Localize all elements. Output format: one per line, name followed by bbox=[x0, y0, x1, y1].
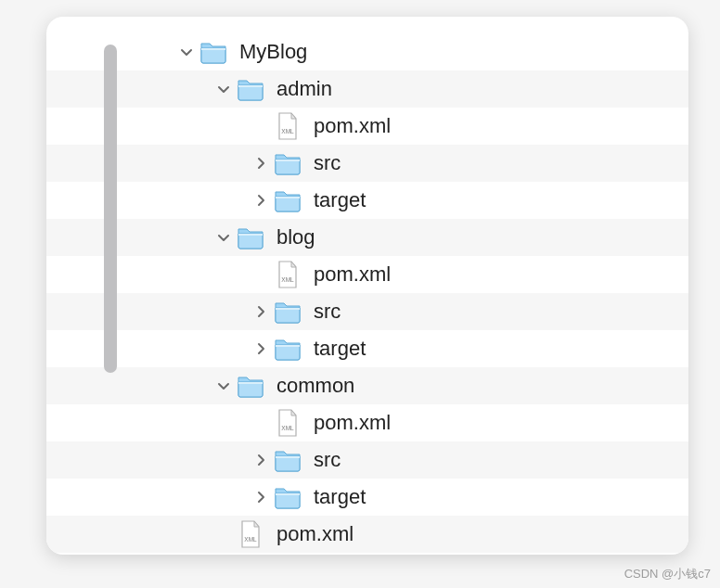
tree-row[interactable]: target bbox=[46, 330, 688, 367]
tree-item-label: src bbox=[312, 448, 341, 472]
tree-item-label: MyBlog bbox=[238, 40, 307, 64]
chevron-down-icon[interactable] bbox=[212, 231, 236, 244]
chevron-down-icon[interactable] bbox=[212, 83, 236, 96]
xml-file-icon bbox=[236, 519, 265, 549]
folder-icon bbox=[273, 334, 302, 364]
folder-icon bbox=[273, 297, 302, 326]
tree-row[interactable]: pom.xml bbox=[46, 516, 688, 553]
tree-item-label: pom.xml bbox=[312, 411, 391, 435]
tree-row[interactable]: pom.xml bbox=[46, 404, 688, 441]
folder-icon bbox=[236, 371, 265, 401]
folder-icon bbox=[236, 74, 265, 104]
tree-item-label: src bbox=[312, 300, 341, 324]
folder-icon bbox=[273, 482, 302, 512]
folder-icon bbox=[199, 37, 228, 67]
folder-icon bbox=[273, 185, 302, 215]
tree-row[interactable]: src bbox=[46, 293, 688, 330]
tree-item-label: target bbox=[312, 337, 366, 361]
tree-row[interactable]: src bbox=[46, 441, 688, 479]
xml-file-icon bbox=[273, 260, 302, 289]
tree-item-label: admin bbox=[275, 77, 332, 101]
folder-icon bbox=[273, 148, 302, 178]
tree-item-label: pom.xml bbox=[312, 114, 391, 138]
tree-row[interactable]: MyBlog bbox=[46, 33, 688, 70]
file-tree: MyBlogadminpom.xmlsrctargetblogpom.xmlsr… bbox=[46, 17, 688, 553]
xml-file-icon bbox=[273, 408, 302, 438]
tree-row[interactable]: target bbox=[46, 182, 688, 219]
tree-row[interactable]: target bbox=[46, 479, 688, 516]
xml-file-icon bbox=[273, 111, 302, 141]
tree-item-label: target bbox=[312, 485, 366, 509]
chevron-right-icon[interactable] bbox=[249, 194, 273, 207]
file-tree-panel: MyBlogadminpom.xmlsrctargetblogpom.xmlsr… bbox=[46, 17, 688, 555]
tree-item-label: pom.xml bbox=[312, 262, 391, 287]
chevron-right-icon[interactable] bbox=[249, 454, 273, 467]
tree-row[interactable]: src bbox=[46, 145, 688, 182]
tree-item-label: common bbox=[275, 374, 354, 398]
tree-row[interactable]: admin bbox=[46, 70, 688, 108]
watermark: CSDN @小钱c7 bbox=[624, 566, 711, 582]
tree-row[interactable]: pom.xml bbox=[46, 108, 688, 145]
chevron-right-icon[interactable] bbox=[249, 342, 273, 355]
folder-icon bbox=[273, 445, 302, 475]
tree-item-label: pom.xml bbox=[275, 522, 354, 546]
tree-item-label: target bbox=[312, 188, 366, 212]
chevron-down-icon[interactable] bbox=[212, 379, 236, 392]
tree-row[interactable]: blog bbox=[46, 219, 688, 256]
chevron-right-icon[interactable] bbox=[249, 491, 273, 504]
chevron-down-icon[interactable] bbox=[174, 45, 199, 58]
tree-row[interactable]: common bbox=[46, 367, 688, 404]
chevron-right-icon[interactable] bbox=[249, 305, 273, 318]
tree-row[interactable]: pom.xml bbox=[46, 256, 688, 293]
tree-item-label: src bbox=[312, 151, 341, 175]
folder-icon bbox=[236, 223, 265, 252]
scrollbar[interactable] bbox=[104, 45, 117, 373]
tree-item-label: blog bbox=[275, 225, 315, 249]
chevron-right-icon[interactable] bbox=[249, 157, 273, 170]
